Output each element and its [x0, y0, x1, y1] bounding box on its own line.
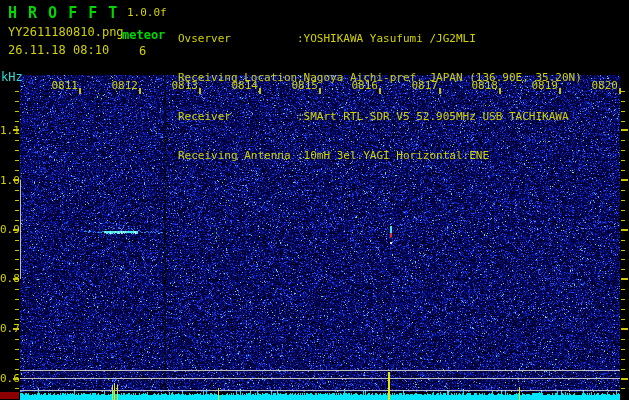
freq-label-0-8: 0.8 [0, 272, 14, 285]
time-label-0817: 0817 [409, 79, 438, 92]
info-row-receiver: Receiver:SMArt RTL-SDR V5 52.905MHz USB … [178, 110, 582, 123]
freq-label-0-7: 0.7 [0, 322, 14, 335]
observer-value: :YOSHIKAWA Yasufumi /JG2MLI [297, 32, 476, 45]
receiver-label: Receiver [178, 110, 297, 123]
observation-datetime: 26.11.18 08:10 [8, 43, 109, 57]
time-label-0811: 0811 [49, 79, 78, 92]
freq-label-1-0: 1.0 [0, 174, 14, 187]
time-label-0820: 0820 [589, 79, 618, 92]
info-row-antenna: Receiving Antenna:10mH 3el.YAGI Horizont… [178, 149, 582, 162]
output-filename: YY2611180810.png [8, 25, 124, 39]
antenna-label: Receiving Antenna [178, 149, 297, 162]
station-info: Ovserver:YOSHIKAWA Yasufumi /JG2MLI Rece… [178, 6, 582, 188]
freq-label-1-1: 1.1 [0, 124, 14, 137]
time-label-0818: 0818 [469, 79, 498, 92]
freq-label-0-9: 0.9 [0, 223, 14, 236]
freq-label-0-6: 0.6 [0, 372, 14, 385]
time-label-0815: 0815 [289, 79, 318, 92]
observer-label: Ovserver [178, 32, 297, 45]
time-label-0814: 0814 [229, 79, 258, 92]
echo-count: 6 [120, 44, 165, 58]
receiver-value: :SMArt RTL-SDR V5 52.905MHz USB TACHIKAW… [297, 110, 569, 123]
time-label-0812: 0812 [109, 79, 138, 92]
antenna-value: :10mH 3el.YAGI Horizontal:ENE [297, 149, 489, 162]
time-label-0816: 0816 [349, 79, 378, 92]
app-title: H R O F F T [8, 4, 118, 22]
freq-axis-unit: kHz [1, 70, 23, 84]
observation-mode: meteor [122, 28, 165, 42]
time-label-0819: 0819 [529, 79, 558, 92]
time-label-0813: 0813 [169, 79, 198, 92]
info-row-observer: Ovserver:YOSHIKAWA Yasufumi /JG2MLI [178, 32, 582, 45]
hrofft-window: H R O F F T 1.0.0f YY2611180810.png mete… [0, 0, 629, 400]
app-version: 1.0.0f [127, 6, 167, 19]
